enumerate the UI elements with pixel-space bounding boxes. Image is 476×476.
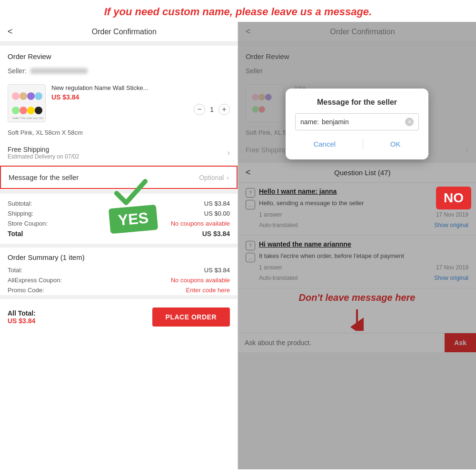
product-row: Hello! The color you choose is New regul… (0, 79, 238, 127)
total-label: Total (8, 230, 23, 238)
qty-plus-button[interactable]: + (218, 104, 230, 115)
summary-total-label: Total: (8, 267, 22, 274)
svg-point-3 (35, 92, 42, 100)
summary-total-value: US $3.84 (204, 267, 230, 274)
shipping-title: Free Shipping (8, 146, 79, 153)
dialog-input-row[interactable]: name: ✕ (295, 113, 419, 130)
dialog-cancel-button[interactable]: Cancel (304, 138, 345, 150)
product-name: New regulation Name Wall Sticke... (51, 84, 230, 91)
main-panels: < Order Confirmation Order Review Seller… (0, 22, 476, 469)
divider-4 (0, 295, 238, 299)
shipping-info: Free Shipping Estimated Delivery on 07/0… (8, 146, 79, 160)
dialog-overlay: Message for the seller name: ✕ Cancel OK (238, 22, 476, 469)
dialog-buttons: Cancel OK (295, 138, 419, 150)
product-info: New regulation Name Wall Sticke... US $3… (51, 84, 230, 115)
place-order-button[interactable]: PLACE ORDER (152, 307, 230, 327)
product-image: Hello! The color you choose is (8, 84, 46, 122)
dialog-ok-button[interactable]: OK (381, 138, 410, 150)
aliexpress-coupon-row: AliExpress Coupon: No coupons available (8, 275, 230, 285)
left-panel-header: < Order Confirmation (0, 22, 238, 42)
message-arrow: › (227, 174, 229, 181)
summary-total-row: Total: US $3.84 (8, 265, 230, 275)
svg-point-5 (20, 107, 27, 114)
place-order-section: All Total: US $3.84 PLACE ORDER (0, 303, 238, 331)
promo-value: Enter code here (186, 287, 230, 294)
dialog-text-input[interactable] (322, 118, 405, 126)
promo-label: Promo Code: (8, 287, 44, 294)
all-total-section: All Total: US $3.84 (8, 309, 36, 325)
seller-row: Seller: (0, 64, 238, 79)
seller-label: Seller: (8, 67, 27, 75)
shipping-cost-label: Shipping: (8, 210, 33, 217)
left-back-button[interactable]: < (8, 27, 13, 37)
message-optional: Optional (199, 174, 224, 181)
all-total-label: All Total: (8, 309, 36, 317)
shipping-sub: Estimated Delivery on 07/02 (8, 153, 79, 160)
order-review-label: Order Review (0, 46, 238, 64)
svg-point-1 (20, 92, 27, 100)
qty-minus-button[interactable]: − (194, 104, 205, 115)
svg-point-6 (27, 107, 35, 114)
left-panel-title: Order Confirmation (19, 28, 230, 36)
dialog-input-label: name: (300, 118, 319, 126)
message-seller-dialog: Message for the seller name: ✕ Cancel OK (286, 89, 428, 159)
svg-point-4 (12, 107, 20, 114)
dialog-clear-button[interactable]: ✕ (405, 118, 414, 126)
shipping-row: Free Shipping Estimated Delivery on 07/0… (0, 141, 238, 165)
no-badge: NO (436, 187, 471, 209)
seller-name-blurred (30, 68, 88, 74)
product-price: US $3.84 (51, 93, 230, 101)
dialog-button-divider (363, 138, 363, 150)
promo-row: Promo Code: Enter code here (8, 285, 230, 295)
shipping-arrow: › (228, 149, 230, 157)
divider-3 (0, 244, 238, 248)
svg-point-2 (27, 92, 35, 100)
divider-1 (0, 42, 238, 46)
coupon-label: Store Coupon: (8, 220, 48, 227)
left-panel: < Order Confirmation Order Review Seller… (0, 22, 238, 469)
right-panel: < Order Confirmation Order Review Seller… (238, 22, 476, 469)
all-total-value: US $3.84 (8, 317, 36, 325)
top-banner: If you need custom name, please leave us… (0, 0, 476, 22)
total-value: US $3.84 (202, 230, 230, 238)
message-seller-label: Message for the seller (9, 173, 199, 181)
coupon-value: No coupons available (171, 220, 230, 227)
quantity-value: 1 (210, 106, 214, 113)
aliexpress-coupon-label: AliExpress Coupon: (8, 277, 62, 284)
banner-text: If you need custom name, please leave us… (104, 6, 372, 18)
subtotal-label: Subtotal: (8, 200, 32, 207)
svg-text:Hello! The color you choose is: Hello! The color you choose is (12, 117, 43, 119)
yes-badge: YES (109, 205, 158, 234)
svg-point-0 (12, 92, 20, 100)
dialog-title: Message for the seller (295, 98, 419, 107)
subtotal-value: US $3.84 (204, 200, 230, 207)
order-summary-label: Order Summary (1 item) (0, 248, 238, 265)
summary-totals: Total: US $3.84 AliExpress Coupon: No co… (0, 265, 238, 295)
aliexpress-coupon-value: No coupons available (171, 277, 230, 284)
quantity-row: − 1 + (51, 104, 230, 115)
product-variant: Soft Pink, XL 58cm X 58cm (0, 127, 238, 141)
svg-point-7 (35, 107, 42, 114)
shipping-cost-value: US $0.00 (204, 210, 230, 217)
